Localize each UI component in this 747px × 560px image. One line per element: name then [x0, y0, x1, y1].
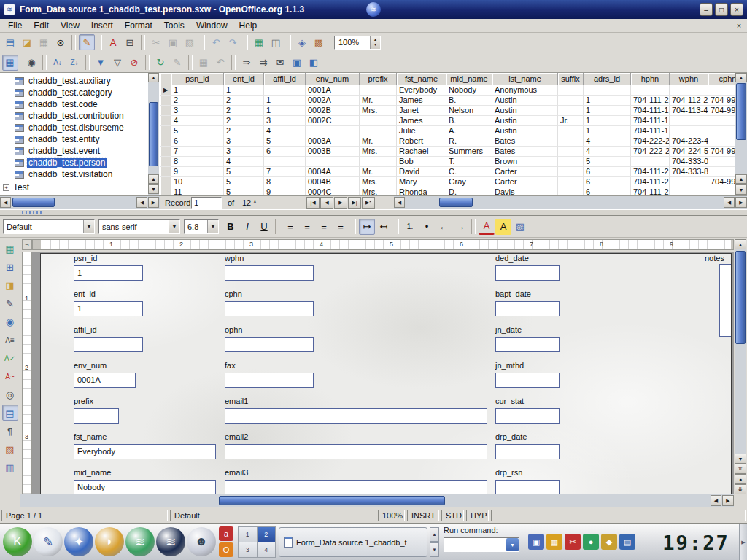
input-bapt_date[interactable]: [495, 301, 560, 316]
new-document-icon[interactable]: ▤: [2, 34, 18, 50]
close-document-icon[interactable]: ×: [733, 21, 745, 30]
autospellcheck-icon[interactable]: A~: [2, 368, 18, 384]
pager-desktop-1[interactable]: 1: [239, 527, 257, 542]
minimize-button[interactable]: –: [700, 3, 713, 16]
scrollbar-thumb[interactable]: [735, 251, 746, 344]
first-record-button[interactable]: |◀: [306, 197, 320, 209]
export-pdf-icon[interactable]: A: [105, 34, 121, 50]
underline-button[interactable]: U: [256, 219, 272, 235]
next-page-icon[interactable]: ⇊: [735, 484, 746, 494]
scroll-left-icon[interactable]: ◀: [711, 495, 721, 506]
column-header-hphn[interactable]: hphn: [631, 73, 670, 85]
font-size-combobox[interactable]: 6.8 ▼: [184, 219, 219, 234]
mail-merge-icon[interactable]: ✉: [272, 55, 288, 71]
document-viewport[interactable]: notes psn_id1ent_id1affil_idenv_num0001A…: [32, 252, 734, 494]
column-header-psn_id[interactable]: psn_id: [171, 73, 224, 85]
remove-filter-icon[interactable]: ⊘: [126, 55, 142, 71]
new-record-button[interactable]: ▶*: [362, 197, 375, 209]
input-drp_date[interactable]: [495, 444, 560, 459]
scroll-right-icon[interactable]: ▶: [148, 197, 159, 208]
scroll-right-icon[interactable]: ▶: [735, 197, 747, 208]
table-view-button[interactable]: ▦: [0, 52, 20, 72]
maximize-button[interactable]: □: [715, 3, 728, 16]
tree-item-chaddb_test.event[interactable]: chaddb_test.event: [0, 145, 160, 157]
grid-horizontal-scrollbar[interactable]: ◀ ◀ ▶: [394, 196, 747, 209]
column-header-mid_name[interactable]: mid_name: [446, 73, 492, 85]
scrollbar-thumb[interactable]: [736, 83, 746, 140]
input-env_num[interactable]: 0001A: [74, 373, 136, 388]
grid-body[interactable]: ▶110001AEverybodyNobodyAnonymous2210002A…: [160, 85, 747, 195]
open-document-icon[interactable]: ◪: [19, 34, 35, 50]
column-header-prefix[interactable]: prefix: [360, 73, 397, 85]
mozilla-icon[interactable]: ≋: [156, 527, 185, 556]
tree-item-chaddb_test.person[interactable]: chaddb_test.person: [0, 157, 160, 168]
zoom-combobox[interactable]: 100% ▴▾: [334, 36, 381, 50]
tree-item-chaddb_test.code[interactable]: chaddb_test.code: [0, 98, 160, 110]
tree-item-chaddb_test.disburseme[interactable]: chaddb_test.disburseme: [0, 122, 160, 133]
italic-button[interactable]: I: [239, 219, 255, 235]
shell-icon[interactable]: ◗: [95, 527, 124, 556]
previous-page-icon[interactable]: ⇈: [735, 464, 746, 474]
navigation-dot-icon[interactable]: ●: [735, 474, 746, 484]
refresh-icon[interactable]: ↻: [152, 55, 169, 71]
input-ophn[interactable]: [225, 337, 314, 352]
background-color-button[interactable]: ▧: [512, 219, 528, 235]
row-handle[interactable]: [160, 96, 171, 106]
tree-item-chaddb_test.contribution[interactable]: chaddb_test.contribution: [0, 110, 160, 122]
column-header-lst_name[interactable]: lst_name: [492, 73, 558, 85]
horizontal-ruler[interactable]: 123456789: [32, 239, 734, 250]
dropdown-arrow-icon[interactable]: ▼: [83, 220, 94, 233]
find-record-icon[interactable]: ◉: [23, 55, 39, 71]
menu-format[interactable]: Format: [119, 20, 158, 31]
taskbar-scroll-up-icon[interactable]: ▲: [430, 527, 439, 542]
input-prefix[interactable]: [74, 408, 119, 424]
data-to-text-icon[interactable]: ⇒: [239, 55, 255, 71]
spinner-icon[interactable]: ▴▾: [370, 36, 380, 49]
menu-file[interactable]: File: [2, 20, 28, 31]
data-source-of-document-icon[interactable]: ▣: [289, 55, 305, 71]
row-handle[interactable]: [160, 106, 171, 116]
writer-quill-icon[interactable]: ✎: [34, 527, 63, 556]
row-handle[interactable]: [160, 136, 171, 147]
title-bar[interactable]: ≋ Form_Data source 1_chaddb_test.person.…: [0, 0, 747, 19]
decrease-indent-button[interactable]: ←: [436, 219, 452, 235]
input-drp_rsn[interactable]: [495, 480, 560, 494]
scroll-left-icon[interactable]: ◀: [724, 197, 735, 208]
numbering-button[interactable]: 1.: [402, 219, 418, 235]
messenger-faces-icon[interactable]: ☻: [187, 527, 216, 556]
insert-table-icon[interactable]: ▦: [251, 34, 267, 50]
standard-filter-icon[interactable]: ▽: [109, 55, 125, 71]
tree-item-test[interactable]: + Test: [0, 182, 160, 193]
align-right-button[interactable]: ≡: [316, 219, 332, 235]
input-jn_date[interactable]: [495, 337, 560, 352]
row-handle[interactable]: ▶: [160, 85, 171, 96]
font-name-combobox[interactable]: sans-serif ▼: [98, 219, 180, 234]
scroll-left-icon[interactable]: ◀: [394, 197, 405, 208]
expand-icon[interactable]: +: [3, 184, 9, 191]
data-to-fields-icon[interactable]: ⇉: [255, 55, 271, 71]
online-layout-icon[interactable]: ▥: [2, 459, 18, 475]
column-header-adrs_id[interactable]: adrs_id: [584, 73, 631, 85]
paragraph-style-combobox[interactable]: Default ▼: [3, 219, 95, 234]
increase-indent-button[interactable]: →: [452, 219, 468, 235]
edit-file-icon[interactable]: ✎: [79, 34, 95, 50]
print-file-icon[interactable]: ⊟: [122, 34, 138, 50]
justify-button[interactable]: ≡: [333, 219, 349, 235]
left-to-right-button[interactable]: ↦: [359, 219, 375, 235]
page-style-indicator[interactable]: Default: [170, 510, 328, 521]
row-handle[interactable]: [160, 126, 171, 136]
column-header-env_num[interactable]: env_num: [306, 73, 360, 85]
menu-tools[interactable]: Tools: [158, 20, 190, 31]
insert-object-icon[interactable]: ◨: [2, 277, 18, 293]
sort-descending-icon[interactable]: Z↓: [66, 55, 82, 71]
form-page[interactable]: notes psn_id1ent_id1affil_idenv_num0001A…: [40, 253, 732, 494]
data-sources-icon[interactable]: ▤: [2, 405, 18, 421]
input-email2[interactable]: [225, 444, 487, 459]
input-ent_id[interactable]: 1: [74, 301, 143, 316]
scrollbar-thumb[interactable]: [439, 198, 473, 207]
input-fst_name[interactable]: Everybody: [74, 444, 216, 459]
scroll-left-icon[interactable]: ◀: [136, 197, 147, 208]
k-menu-icon[interactable]: K: [3, 527, 32, 556]
tree-horizontal-scrollbar[interactable]: ◀ ◀ ▶: [0, 196, 160, 209]
graphics-on-off-icon[interactable]: ▨: [2, 441, 18, 457]
